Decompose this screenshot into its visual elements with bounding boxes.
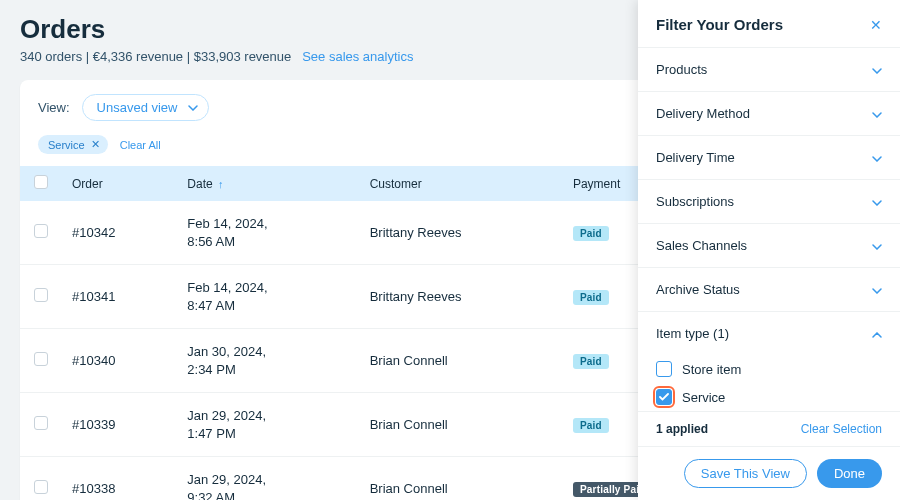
filter-panel: Filter Your Orders ✕ ProductsDelivery Me… xyxy=(638,0,900,500)
filter-section-label: Delivery Method xyxy=(656,106,750,121)
order-id: #10341 xyxy=(62,265,177,329)
filter-section: Delivery Method xyxy=(638,92,900,136)
order-date: Jan 30, 2024,2:34 PM xyxy=(177,329,359,393)
filter-section-header[interactable]: Sales Channels xyxy=(638,224,900,267)
customer-name: Brian Connell xyxy=(360,329,563,393)
filter-section: Item type (1)Store itemService xyxy=(638,312,900,411)
done-button[interactable]: Done xyxy=(817,459,882,488)
chevron-down-icon xyxy=(872,200,882,206)
filter-option[interactable]: Store item xyxy=(656,355,882,383)
order-id: #10338 xyxy=(62,457,177,500)
filter-section-label: Sales Channels xyxy=(656,238,747,253)
view-select[interactable]: Unsaved view xyxy=(82,94,209,121)
col-date[interactable]: Date ↑ xyxy=(177,166,359,201)
filter-panel-title: Filter Your Orders xyxy=(656,16,783,33)
save-view-button[interactable]: Save This View xyxy=(684,459,807,488)
chevron-down-icon xyxy=(872,244,882,250)
sort-arrow-icon: ↑ xyxy=(218,178,224,190)
customer-name: Brian Connell xyxy=(360,393,563,457)
order-date: Feb 14, 2024,8:56 AM xyxy=(177,201,359,265)
sales-analytics-link[interactable]: See sales analytics xyxy=(302,49,413,64)
filter-section-header[interactable]: Archive Status xyxy=(638,268,900,311)
filter-section: Products xyxy=(638,48,900,92)
payment-badge: Paid xyxy=(573,354,609,369)
order-id: #10340 xyxy=(62,329,177,393)
filter-section-label: Subscriptions xyxy=(656,194,734,209)
customer-name: Brittany Reeves xyxy=(360,201,563,265)
chevron-down-icon xyxy=(872,112,882,118)
close-icon[interactable]: ✕ xyxy=(91,138,100,151)
row-checkbox[interactable] xyxy=(34,352,48,366)
row-checkbox[interactable] xyxy=(34,416,48,430)
col-order[interactable]: Order xyxy=(62,166,177,201)
select-all-checkbox[interactable] xyxy=(34,175,48,189)
row-checkbox[interactable] xyxy=(34,480,48,494)
checkbox[interactable] xyxy=(656,361,672,377)
col-date-label: Date xyxy=(187,177,212,191)
chevron-down-icon xyxy=(872,156,882,162)
filter-section-label: Item type (1) xyxy=(656,326,729,341)
filter-section-header[interactable]: Delivery Time xyxy=(638,136,900,179)
filter-section-header[interactable]: Products xyxy=(638,48,900,91)
chevron-up-icon xyxy=(872,332,882,338)
col-customer[interactable]: Customer xyxy=(360,166,563,201)
filter-option-label: Store item xyxy=(682,362,741,377)
chevron-down-icon xyxy=(188,105,198,111)
filter-section: Subscriptions xyxy=(638,180,900,224)
clear-selection-link[interactable]: Clear Selection xyxy=(801,422,882,436)
filter-chip-service[interactable]: Service ✕ xyxy=(38,135,108,154)
checkbox[interactable] xyxy=(656,389,672,405)
filter-section-header[interactable]: Item type (1) xyxy=(638,312,900,355)
order-date: Jan 29, 2024,9:32 AM xyxy=(177,457,359,500)
customer-name: Brian Connell xyxy=(360,457,563,500)
close-icon[interactable]: ✕ xyxy=(870,17,882,33)
view-select-value: Unsaved view xyxy=(97,100,178,115)
filter-chip-label: Service xyxy=(48,139,85,151)
filter-section-label: Archive Status xyxy=(656,282,740,297)
clear-all-link[interactable]: Clear All xyxy=(120,139,161,151)
filter-section: Delivery Time xyxy=(638,136,900,180)
chevron-down-icon xyxy=(872,288,882,294)
payment-badge: Paid xyxy=(573,290,609,305)
filter-section-header[interactable]: Delivery Method xyxy=(638,92,900,135)
applied-count: 1 applied xyxy=(656,422,708,436)
filter-section: Sales Channels xyxy=(638,224,900,268)
filter-option-label: Service xyxy=(682,390,725,405)
order-id: #10339 xyxy=(62,393,177,457)
filter-option[interactable]: Service xyxy=(656,383,882,411)
filter-section-header[interactable]: Subscriptions xyxy=(638,180,900,223)
filter-section-label: Delivery Time xyxy=(656,150,735,165)
order-date: Jan 29, 2024,1:47 PM xyxy=(177,393,359,457)
customer-name: Brittany Reeves xyxy=(360,265,563,329)
summary-text: 340 orders | €4,336 revenue | $33,903 re… xyxy=(20,49,291,64)
view-label: View: xyxy=(38,100,70,115)
payment-badge: Paid xyxy=(573,226,609,241)
filter-section: Archive Status xyxy=(638,268,900,312)
order-date: Feb 14, 2024,8:47 AM xyxy=(177,265,359,329)
order-id: #10342 xyxy=(62,201,177,265)
payment-badge: Paid xyxy=(573,418,609,433)
row-checkbox[interactable] xyxy=(34,288,48,302)
row-checkbox[interactable] xyxy=(34,224,48,238)
chevron-down-icon xyxy=(872,68,882,74)
filter-section-label: Products xyxy=(656,62,707,77)
